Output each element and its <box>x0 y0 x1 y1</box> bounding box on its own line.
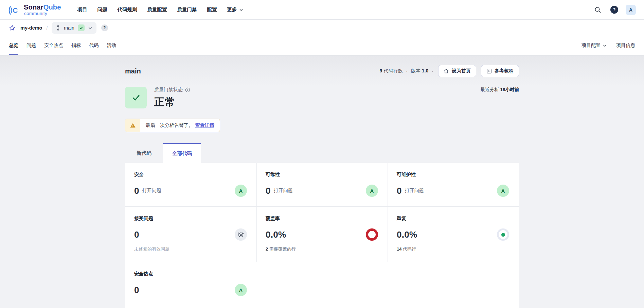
breadcrumb-separator: / <box>46 25 48 31</box>
nav-item-issues[interactable]: 问题 <box>97 6 107 13</box>
overview-content: main 9 代码行数 · 版本 1.0 · 设为首页 <box>0 55 644 308</box>
open-issues-label[interactable]: 打开问题 <box>142 188 161 194</box>
measure-reliability: 可靠性 0 打开问题 A <box>256 163 388 206</box>
user-avatar[interactable]: A <box>626 5 636 15</box>
sonarqube-wordmark: SonarQube community <box>24 4 61 16</box>
open-issues-label[interactable]: 打开问题 <box>405 188 424 194</box>
measures-row-metrics: 接受问题 0 未修复的有效问题 覆盖率 <box>125 206 519 262</box>
quality-gate-section: 质量门禁状态 正常 最近分析 18小时前 <box>125 87 519 109</box>
duplication-dot-icon <box>497 228 509 241</box>
snooze-clock-icon <box>235 228 247 241</box>
measure-security-hotspots: 安全热点 0 A <box>125 262 256 308</box>
nav-item-quality-gates[interactable]: 质量门禁 <box>177 6 197 13</box>
tab-overall-code[interactable]: 全部代码 <box>163 143 201 163</box>
tab-issues[interactable]: 问题 <box>26 36 36 55</box>
coverage-note[interactable]: 2 需要覆盖的行 <box>266 246 378 252</box>
navbar-right: ? A <box>593 5 636 15</box>
lines-of-code: 9 代码行数 <box>380 68 403 74</box>
branch-quality-gate-passed-icon <box>78 24 85 31</box>
warning-details-link[interactable]: 查看详情 <box>195 122 214 129</box>
set-homepage-button[interactable]: 设为首页 <box>438 65 476 77</box>
coverage-ring-icon <box>366 228 378 241</box>
measure-maintainability: 可维护性 0 打开问题 A <box>388 163 519 206</box>
measure-security: 安全 0 打开问题 A <box>125 163 256 206</box>
sonarqube-logo-icon <box>8 3 21 16</box>
measures-card: 安全 0 打开问题 A 可靠性 0 打开问题 A 可维护 <box>125 163 519 308</box>
project-tabs: 总览 问题 安全热点 指标 代码 活动 <box>9 36 116 55</box>
nav-item-administration[interactable]: 配置 <box>207 6 217 13</box>
branch-header: main 9 代码行数 · 版本 1.0 · 设为首页 <box>125 65 519 77</box>
tutorial-button[interactable]: 参考教程 <box>481 65 519 77</box>
main-menu: 项目 问题 代码规则 质量配置 质量门禁 配置 更多 <box>77 6 243 13</box>
info-icon[interactable] <box>185 87 190 92</box>
tab-overview[interactable]: 总览 <box>9 36 18 55</box>
last-analysis: 最近分析 18小时前 <box>481 87 519 93</box>
chevron-down-icon <box>239 8 243 12</box>
accepted-issues-count[interactable]: 0 <box>134 229 139 240</box>
accepted-issues-note: 未修复的有效问题 <box>134 246 247 252</box>
measure-duplications: 重复 0.0% 14 代码行 <box>388 207 519 262</box>
branch-icon <box>56 25 60 31</box>
open-issues-label[interactable]: 打开问题 <box>274 188 293 194</box>
tab-measures[interactable]: 指标 <box>71 36 81 55</box>
nav-item-more[interactable]: 更多 <box>227 6 243 13</box>
duplications-note[interactable]: 14 代码行 <box>397 246 509 252</box>
measures-row-ratings: 安全 0 打开问题 A 可靠性 0 打开问题 A 可维护 <box>125 163 519 206</box>
top-navbar: SonarQube community 项目 问题 代码规则 质量配置 质量门禁… <box>0 0 644 20</box>
help-icon[interactable]: ? <box>610 6 618 14</box>
tab-new-code[interactable]: 新代码 <box>125 143 163 163</box>
nav-item-rules[interactable]: 代码规则 <box>118 6 137 13</box>
measure-coverage: 覆盖率 0.0% 2 需要覆盖的行 <box>256 207 388 262</box>
security-hotspots-rating-badge[interactable]: A <box>235 284 247 296</box>
security-rating-badge[interactable]: A <box>235 185 247 197</box>
project-settings-menu[interactable]: 项目配置 <box>582 42 607 49</box>
warning-icon <box>125 119 140 132</box>
reliability-issues-count[interactable]: 0 <box>266 186 271 196</box>
maintainability-rating-badge[interactable]: A <box>497 185 509 197</box>
play-tutorial-icon <box>486 68 492 74</box>
measures-row-hotspots: 安全热点 0 A <box>125 262 519 308</box>
tab-hotspots[interactable]: 安全热点 <box>44 36 63 55</box>
nav-item-quality-profiles[interactable]: 质量配置 <box>147 6 167 13</box>
breadcrumb-project-name[interactable]: my-demo <box>20 25 42 31</box>
project-info-button[interactable]: 项目信息 <box>616 42 635 49</box>
branch-meta: 9 代码行数 · 版本 1.0 · 设为首页 <box>380 65 519 77</box>
branch-name: main <box>64 25 74 31</box>
code-period-tabs: 新代码 全部代码 <box>125 143 519 163</box>
quality-gate-label: 质量门禁状态 <box>154 87 183 93</box>
branch-title: main <box>125 67 141 75</box>
duplications-value[interactable]: 0.0% <box>397 229 417 240</box>
nav-item-projects[interactable]: 项目 <box>77 6 87 13</box>
warning-text: 最后一次分析告警了。 <box>146 122 193 129</box>
reliability-rating-badge[interactable]: A <box>366 185 378 197</box>
chevron-down-icon <box>603 44 607 48</box>
security-hotspots-count[interactable]: 0 <box>134 285 139 295</box>
tab-activity[interactable]: 活动 <box>107 36 116 55</box>
quality-gate-passed-icon <box>125 87 147 108</box>
quality-gate-status: 正常 <box>154 95 190 109</box>
analysis-warning-banner: 最后一次分析告警了。 查看详情 <box>125 119 220 132</box>
chevron-down-icon <box>88 26 92 30</box>
branch-help-icon[interactable]: ? <box>101 24 108 31</box>
coverage-value[interactable]: 0.0% <box>266 229 286 240</box>
version: 版本 1.0 <box>411 68 428 74</box>
favorite-star-icon[interactable] <box>9 24 16 31</box>
project-tabbar-actions: 项目配置 项目信息 <box>582 36 635 55</box>
tab-code[interactable]: 代码 <box>89 36 99 55</box>
maintainability-issues-count[interactable]: 0 <box>397 186 402 196</box>
search-icon[interactable] <box>593 5 603 15</box>
security-issues-count[interactable]: 0 <box>134 186 139 196</box>
home-icon <box>444 68 449 74</box>
project-tabbar: 总览 问题 安全热点 指标 代码 活动 项目配置 项目信息 <box>0 36 644 55</box>
measure-accepted-issues: 接受问题 0 未修复的有效问题 <box>125 207 256 262</box>
sonarqube-logo[interactable]: SonarQube community <box>8 3 61 16</box>
breadcrumb: my-demo / main ? <box>0 20 644 36</box>
branch-selector[interactable]: main <box>52 22 96 34</box>
